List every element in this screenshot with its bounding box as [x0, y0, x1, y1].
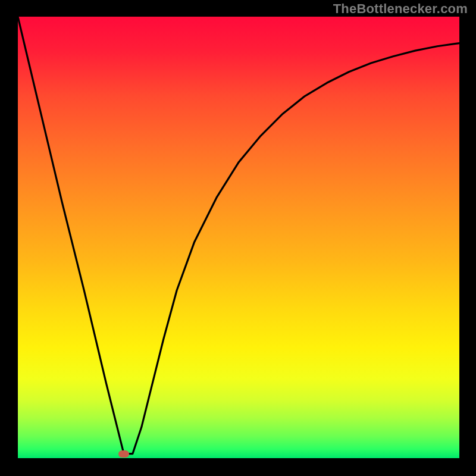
minimum-marker	[118, 450, 129, 458]
plot-area	[18, 17, 459, 458]
chart-frame: TheBottlenecker.com	[0, 0, 476, 476]
watermark-text: TheBottlenecker.com	[333, 1, 468, 17]
bottleneck-curve	[18, 17, 459, 458]
